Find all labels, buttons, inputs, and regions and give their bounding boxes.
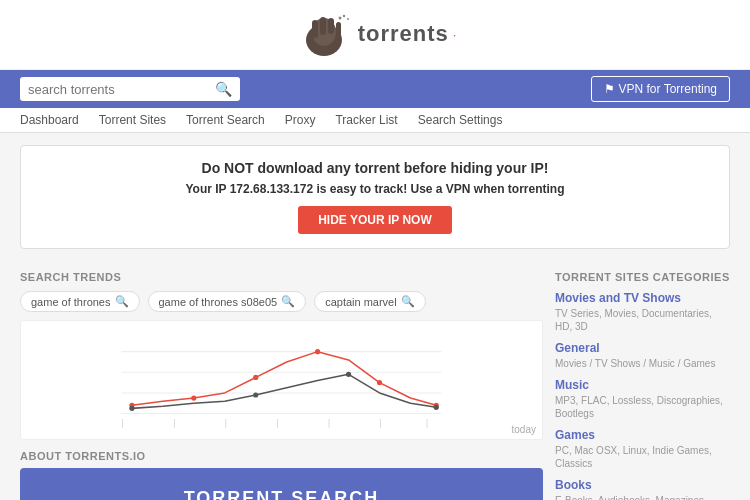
search-input[interactable] xyxy=(28,82,215,97)
cat-desc-games: PC, Mac OSX, Linux, Indie Games, Classic… xyxy=(555,444,730,470)
svg-text:|: | xyxy=(276,419,278,428)
category-books: Books E-Books, Audiobooks, Magazines, Tu… xyxy=(555,478,730,500)
about-section: ABOUT TORRENTS.IO TORRENT SEARCH Torrent… xyxy=(20,450,543,500)
chart-area: | | | | | | | today xyxy=(20,320,543,440)
cat-name-movies[interactable]: Movies and TV Shows xyxy=(555,291,730,305)
svg-rect-2 xyxy=(312,20,318,38)
about-box-title: TORRENT SEARCH xyxy=(40,488,523,500)
nav-torrent-sites[interactable]: Torrent Sites xyxy=(99,113,166,127)
logo-dot: · xyxy=(453,27,457,42)
hide-ip-button[interactable]: HIDE YOUR IP NOW xyxy=(298,206,452,234)
search-icon[interactable]: 🔍 xyxy=(215,81,232,97)
nav-torrent-search[interactable]: Torrent Search xyxy=(186,113,265,127)
svg-point-22 xyxy=(434,405,439,410)
svg-point-15 xyxy=(253,375,258,380)
cat-name-music[interactable]: Music xyxy=(555,378,730,392)
svg-rect-3 xyxy=(320,17,326,35)
cat-name-games[interactable]: Games xyxy=(555,428,730,442)
right-panel: Torrent Sites Categories Movies and TV S… xyxy=(555,261,730,500)
svg-point-17 xyxy=(377,380,382,385)
svg-point-14 xyxy=(191,395,196,400)
category-games: Games PC, Mac OSX, Linux, Indie Games, C… xyxy=(555,428,730,470)
svg-text:|: | xyxy=(225,419,227,428)
svg-point-6 xyxy=(338,17,341,20)
categories-title: Torrent Sites Categories xyxy=(555,271,730,283)
tag-search-icon-1: 🔍 xyxy=(115,295,129,308)
cat-desc-music: MP3, FLAC, Lossless, Discographies, Boot… xyxy=(555,394,730,420)
left-panel: SEARCH TRENDS game of thrones 🔍 game of … xyxy=(20,261,543,500)
svg-point-20 xyxy=(253,392,258,397)
tag-1[interactable]: game of thrones 🔍 xyxy=(20,291,140,312)
category-general: General Movies / TV Shows / Music / Game… xyxy=(555,341,730,370)
main-content: SEARCH TRENDS game of thrones 🔍 game of … xyxy=(0,261,750,500)
tag-3[interactable]: captain marvel 🔍 xyxy=(314,291,426,312)
svg-point-19 xyxy=(129,406,134,411)
cat-name-general[interactable]: General xyxy=(555,341,730,355)
tag-2[interactable]: game of thrones s08e05 🔍 xyxy=(148,291,307,312)
tag-search-icon-2: 🔍 xyxy=(281,295,295,308)
search-box[interactable]: 🔍 xyxy=(20,77,240,101)
svg-rect-4 xyxy=(328,18,334,34)
today-label: today xyxy=(512,424,536,435)
vpn-button[interactable]: ⚑ VPN for Torrenting xyxy=(591,76,730,102)
svg-point-21 xyxy=(346,372,351,377)
navbar: 🔍 ⚑ VPN for Torrenting xyxy=(0,70,750,108)
warning-box: Do NOT download any torrent before hidin… xyxy=(20,145,730,249)
category-music: Music MP3, FLAC, Lossless, Discographies… xyxy=(555,378,730,420)
nav-search-settings[interactable]: Search Settings xyxy=(418,113,503,127)
svg-point-7 xyxy=(342,15,344,17)
trend-chart: | | | | | | | xyxy=(31,331,532,429)
cat-desc-movies: TV Series, Movies, Documentaries, HD, 3D xyxy=(555,307,730,333)
cat-name-books[interactable]: Books xyxy=(555,478,730,492)
svg-point-16 xyxy=(315,349,320,354)
category-movies-tv: Movies and TV Shows TV Series, Movies, D… xyxy=(555,291,730,333)
logo: torrents · xyxy=(294,10,457,58)
svg-text:|: | xyxy=(173,419,175,428)
logo-text: torrents xyxy=(358,21,449,47)
cat-desc-general: Movies / TV Shows / Music / Games xyxy=(555,357,730,370)
tag-search-icon-3: 🔍 xyxy=(401,295,415,308)
header: torrents · xyxy=(0,0,750,70)
trends-tags: game of thrones 🔍 game of thrones s08e05… xyxy=(20,291,543,312)
nav-proxy[interactable]: Proxy xyxy=(285,113,316,127)
warning-title: Do NOT download any torrent before hidin… xyxy=(41,160,709,176)
about-box: TORRENT SEARCH Torrents.io combines popu… xyxy=(20,468,543,500)
nav-links: Dashboard Torrent Sites Torrent Search P… xyxy=(0,108,750,133)
svg-text:|: | xyxy=(328,419,330,428)
svg-text:|: | xyxy=(426,419,428,428)
svg-rect-5 xyxy=(336,22,341,36)
svg-text:|: | xyxy=(122,419,124,428)
svg-text:|: | xyxy=(380,419,382,428)
cat-desc-books: E-Books, Audiobooks, Magazines, Tutorial… xyxy=(555,494,730,500)
warning-text: Your IP 172.68.133.172 is easy to track!… xyxy=(41,182,709,196)
svg-point-8 xyxy=(347,18,349,20)
nav-dashboard[interactable]: Dashboard xyxy=(20,113,79,127)
logo-icon xyxy=(294,10,354,58)
about-title: ABOUT TORRENTS.IO xyxy=(20,450,543,462)
nav-tracker-list[interactable]: Tracker List xyxy=(335,113,397,127)
trends-title: SEARCH TRENDS xyxy=(20,271,543,283)
